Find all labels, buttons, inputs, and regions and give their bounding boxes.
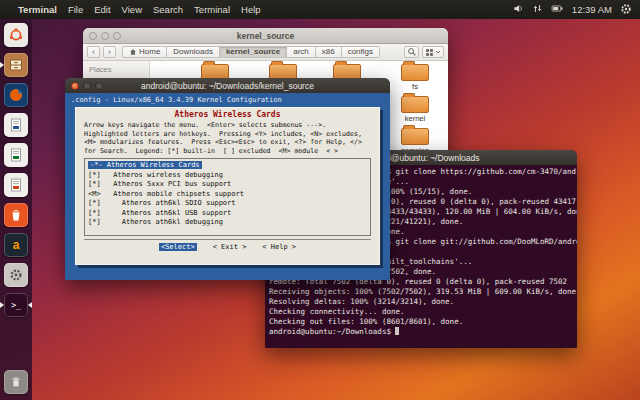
folder-kernel[interactable]: kernel [389,93,441,123]
folder-icon [401,96,429,113]
view-toggle-button[interactable] [422,46,444,58]
ubuntu-dash-icon [4,23,28,47]
cursor-block [395,327,399,335]
breadcrumb: Home Downloads kernel_source arch x86 co… [122,46,380,58]
software-center-icon [4,203,28,227]
menuconfig-terminal-window: android@ubuntu: ~/Downloads/kernel_sourc… [65,78,390,280]
launcher-item-files[interactable] [0,53,32,77]
window-title: android@ubuntu: ~/Downloads/kernel_sourc… [65,81,390,91]
menu-edit[interactable]: Edit [94,4,110,15]
launcher-item-firefox[interactable] [0,83,32,107]
home-icon [129,48,137,56]
maximize-button[interactable] [95,82,103,90]
libreoffice-writer-icon [4,113,28,137]
minimize-button[interactable] [101,32,109,40]
libreoffice-impress-icon [4,173,28,197]
search-icon [407,47,417,57]
breadcrumb-arch[interactable]: arch [287,46,316,58]
kconfig-title: .config - Linux/x86_64 3.4.39 Kernel Con… [65,93,390,105]
indicator-area: 12:39 AM [513,3,640,17]
grid-view-icon [425,48,434,57]
app-menu-label[interactable]: Terminal [18,4,57,15]
launcher-item-libreoffice-writer[interactable] [0,113,32,137]
dialog-separator [84,239,371,240]
clock-label[interactable]: 12:39 AM [572,4,612,15]
settings-gear-icon [4,263,28,287]
folder-fs[interactable]: fs [389,61,441,91]
option-row[interactable]: <M> Atheros mobile chipsets support [88,190,367,200]
option-row[interactable]: [*] Atheros ath6kl USB support [88,209,367,219]
menuconfig-titlebar[interactable]: android@ubuntu: ~/Downloads/kernel_sourc… [65,78,390,93]
dialog-title: Atheros Wireless Cards [76,110,379,119]
window-title: kernel_source [83,31,448,41]
breadcrumb-downloads[interactable]: Downloads [167,46,220,58]
terminal-line: Receiving objects: 100% (7502/7502), 319… [269,287,573,297]
close-button[interactable] [89,32,97,40]
terminal-line: Checking connectivity... done. [269,307,573,317]
exit-button[interactable]: < Exit > [213,243,247,251]
libreoffice-calc-icon [4,143,28,167]
options-list[interactable]: -*- Atheros Wireless Cards [*] Atheros w… [84,158,371,236]
files-icon [4,53,28,77]
dialog-buttons: <Select> < Exit > < Help > [76,243,379,251]
global-menu: Terminal File Edit View Search Terminal … [0,4,261,15]
maximize-button[interactable] [113,32,121,40]
launcher-item-system-settings[interactable] [0,263,32,287]
help-button[interactable]: < Help > [262,243,296,251]
option-row[interactable]: [*] Atheros ath6kl debugging [88,218,367,228]
menu-search[interactable]: Search [153,4,183,15]
terminal-prompt-line: android@ubuntu:~/Downloads$ [269,327,573,337]
search-button[interactable] [404,46,419,58]
firefox-icon [4,83,28,107]
menu-help[interactable]: Help [241,4,261,15]
launcher-item-trash[interactable] [0,370,32,394]
back-button[interactable]: ‹ [87,46,100,58]
kconfig-dialog: Atheros Wireless Cards Arrow keys naviga… [75,107,380,265]
option-row[interactable]: [*] Atheros 5xxx PCI bus support [88,180,367,190]
running-indicator [0,62,4,68]
minimize-button[interactable] [83,82,91,90]
launcher-item-terminal[interactable]: >_ [0,293,32,317]
menu-file[interactable]: File [68,4,83,15]
sidebar-header: Places [83,61,149,76]
dialog-help-text: Arrow keys navigate the menu. <Enter> se… [76,119,379,155]
focused-indicator [28,302,32,308]
network-icon[interactable] [532,3,543,16]
amazon-icon: a [4,233,28,257]
breadcrumb-x86[interactable]: x86 [316,46,342,58]
top-panel: Terminal File Edit View Search Terminal … [0,0,640,19]
select-button[interactable]: <Select> [159,243,197,251]
chevron-down-icon [434,48,442,56]
battery-icon[interactable] [551,3,564,16]
volume-icon[interactable] [513,3,524,16]
terminal-line: Checking out files: 100% (8601/8601), do… [269,317,573,327]
launcher-item-dash[interactable] [0,23,32,47]
close-button[interactable] [71,82,79,90]
forward-button[interactable]: › [103,46,116,58]
menu-view[interactable]: View [122,4,142,15]
folder-icon [401,128,429,145]
breadcrumb-configs[interactable]: configs [342,46,380,58]
trash-icon [4,370,28,394]
file-manager-toolbar: ‹ › Home Downloads kernel_source arch x8… [83,44,448,61]
file-manager-titlebar[interactable]: kernel_source [83,28,448,44]
terminal-line: Resolving deltas: 100% (3214/3214), done… [269,297,573,307]
launcher-item-amazon[interactable]: a [0,233,32,257]
session-gear-icon[interactable] [620,3,632,17]
folder-icon [401,64,429,81]
terminal-icon: >_ [4,293,28,317]
breadcrumb-home[interactable]: Home [122,46,167,58]
launcher-item-software-center[interactable] [0,203,32,227]
option-row[interactable]: [*] Atheros ath6kl SDIO support [88,199,367,209]
option-row-selected[interactable]: -*- Atheros Wireless Cards [88,161,367,171]
menuconfig-screen[interactable]: .config - Linux/x86_64 3.4.39 Kernel Con… [65,93,390,280]
desktop: Terminal File Edit View Search Terminal … [0,0,640,400]
menu-terminal[interactable]: Terminal [194,4,230,15]
breadcrumb-kernel-source[interactable]: kernel_source [220,46,287,58]
option-row[interactable]: [*] Atheros wireless debugging [88,171,367,181]
launcher-item-libreoffice-calc[interactable] [0,143,32,167]
launcher-item-libreoffice-impress[interactable] [0,173,32,197]
running-indicator [0,302,4,308]
launcher: a >_ [0,19,32,400]
